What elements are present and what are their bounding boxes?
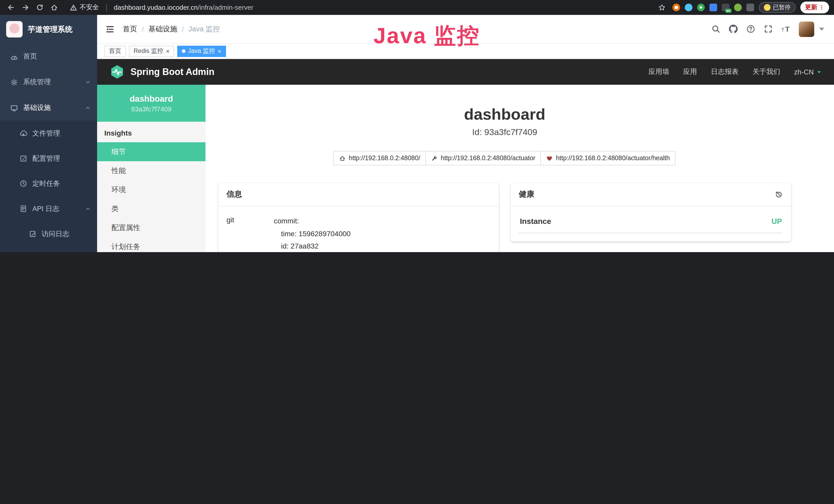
user-menu[interactable]	[799, 21, 826, 37]
card-title: 健康	[519, 189, 534, 199]
sba-nav-journal[interactable]: 日志报表	[711, 67, 739, 76]
tab-home[interactable]: 首页	[104, 45, 126, 57]
sba-brand[interactable]: Spring Boot Admin	[109, 64, 215, 79]
sidebar-item-access-logs[interactable]: 访问日志	[0, 221, 97, 247]
status-badge: UP	[772, 217, 782, 225]
sidebar-item-system[interactable]: 系统管理	[0, 69, 97, 95]
browser-extension-icon[interactable]	[734, 4, 742, 11]
browser-extension-icon[interactable]	[684, 4, 692, 11]
browser-extension-icon[interactable]: on	[722, 4, 729, 11]
sidebar-item-home[interactable]: 首页	[0, 44, 97, 69]
home-icon	[50, 4, 58, 11]
sidebar-item-label: 基础设施	[23, 103, 51, 112]
browser-extension-icon[interactable]	[697, 4, 705, 11]
home-icon	[339, 155, 346, 161]
back-icon	[7, 4, 15, 11]
row-key: git	[226, 215, 274, 252]
chrome-update-button[interactable]: 更新	[800, 2, 829, 13]
link-label: http://192.168.0.2:48080/actuator/health	[556, 155, 670, 162]
wrench-icon	[431, 155, 438, 161]
github-icon[interactable]	[729, 25, 738, 33]
browser-extension-icon[interactable]	[709, 4, 717, 11]
sba-nav-wallboard[interactable]: 应用墙	[648, 67, 669, 76]
browser-extension-icon[interactable]	[672, 4, 680, 11]
service-url-link[interactable]: http://192.168.0.2:48080/	[333, 151, 426, 165]
refresh-icon	[36, 4, 43, 11]
sba-item-performance[interactable]: 性能	[97, 161, 205, 180]
sidebar-item-scheduled-tasks[interactable]: 定时任务	[0, 171, 97, 196]
site-security-chip[interactable]: 不安全	[70, 3, 99, 12]
refresh-button[interactable]	[34, 2, 45, 13]
sba-item-classes[interactable]: 类	[97, 199, 205, 218]
font-size-icon[interactable]	[781, 25, 790, 33]
extension-glyph	[674, 6, 678, 9]
sba-item-config-props[interactable]: 配置属性	[97, 218, 205, 237]
close-icon[interactable]: ×	[166, 48, 170, 54]
card-title: 信息	[226, 189, 242, 199]
forward-button[interactable]	[20, 2, 31, 13]
active-tab-dot	[182, 49, 185, 53]
tab-java-monitor[interactable]: Java 监控 ×	[177, 45, 226, 57]
omnibox-divider	[106, 4, 107, 11]
browser-home-button[interactable]	[48, 2, 60, 13]
actuator-url-link[interactable]: http://192.168.0.2:48080/actuator	[425, 151, 541, 165]
caret-down-icon	[816, 69, 822, 75]
address-bar[interactable]: dashboard.yudao.iocoder.cn/infra/admin-s…	[114, 4, 653, 11]
sidebar-item-label: 定时任务	[32, 179, 60, 188]
security-label: 不安全	[80, 3, 99, 12]
cloud-upload-icon	[20, 130, 27, 137]
breadcrumb-home[interactable]: 首页	[123, 24, 137, 33]
top-navbar: 首页 / 基础设施 / Java 监控	[97, 15, 834, 44]
sidebar-item-label: 系统管理	[23, 77, 51, 87]
browser-extension-icon[interactable]	[746, 4, 754, 11]
sidebar-item-error-logs[interactable]: 错误日志	[0, 247, 97, 252]
tab-bar: 首页 Redis 监控 × Java 监控 ×	[97, 44, 834, 59]
star-icon	[658, 4, 666, 11]
sidebar-item-api-logs[interactable]: API 日志	[0, 196, 97, 221]
sidebar-item-config-management[interactable]: 配置管理	[0, 146, 97, 171]
paused-label: 已暂停	[773, 4, 791, 11]
sidebar-item-infrastructure[interactable]: 基础设施	[0, 95, 97, 121]
chevron-up-icon	[85, 105, 91, 111]
spring-boot-admin: Spring Boot Admin 应用墙 应用 日志报表 关于我们 zh-CN	[97, 59, 834, 252]
health-url-link[interactable]: http://192.168.0.2:48080/actuator/health	[541, 151, 675, 165]
search-icon[interactable]	[711, 25, 720, 33]
edit-icon	[20, 155, 27, 162]
menu-fold-icon	[105, 24, 114, 33]
app-logo-image	[6, 21, 23, 38]
sba-item-details[interactable]: 细节	[97, 142, 205, 161]
sba-item-environment[interactable]: 环境	[97, 180, 205, 199]
profile-paused-chip[interactable]: 已暂停	[759, 2, 796, 13]
sidebar-item-label: API 日志	[32, 204, 59, 213]
browser-toolbar-right: on 已暂停 更新	[656, 2, 829, 13]
tab-label: Redis 监控	[134, 47, 163, 55]
sidebar-item-file-management[interactable]: 文件管理	[0, 121, 97, 146]
sidebar-menu: 首页 系统管理 基础设施 文件管理	[0, 44, 97, 252]
sba-main: dashboard Id: 93a3fc7f7409 http://192.16…	[205, 85, 834, 252]
caret-down-icon	[817, 25, 826, 33]
tab-redis-monitor[interactable]: Redis 监控 ×	[129, 45, 174, 57]
breadcrumb-current: Java 监控	[189, 24, 220, 33]
row-key: Instance	[520, 217, 551, 225]
instance-name: dashboard	[130, 94, 173, 104]
warning-icon	[70, 4, 77, 11]
app-logo[interactable]: 芋道管理系统	[0, 15, 97, 44]
help-icon[interactable]	[746, 25, 755, 33]
sba-nav-about[interactable]: 关于我们	[752, 67, 780, 76]
bookmark-star-button[interactable]	[656, 2, 667, 13]
back-button[interactable]	[5, 2, 17, 13]
menu-fold-button[interactable]	[105, 24, 114, 33]
sba-item-scheduled-tasks[interactable]: 计划任务	[97, 237, 205, 252]
browser-chrome: 不安全 dashboard.yudao.iocoder.cn/infra/adm…	[0, 0, 834, 15]
heart-icon	[546, 155, 553, 161]
close-icon[interactable]: ×	[218, 48, 221, 54]
breadcrumb-infrastructure[interactable]: 基础设施	[149, 24, 177, 33]
sba-nav-applications[interactable]: 应用	[683, 67, 697, 76]
info-card: 信息 git commit: time: 1596289704000 id: 2…	[218, 183, 499, 252]
locale-selector[interactable]: zh-CN	[794, 68, 822, 76]
sidebar-item-label: 文件管理	[32, 129, 60, 138]
breadcrumb-separator: /	[182, 25, 184, 33]
history-icon[interactable]	[775, 190, 783, 199]
fullscreen-icon[interactable]	[764, 25, 773, 33]
health-row-instance: Instance UP	[519, 215, 783, 233]
